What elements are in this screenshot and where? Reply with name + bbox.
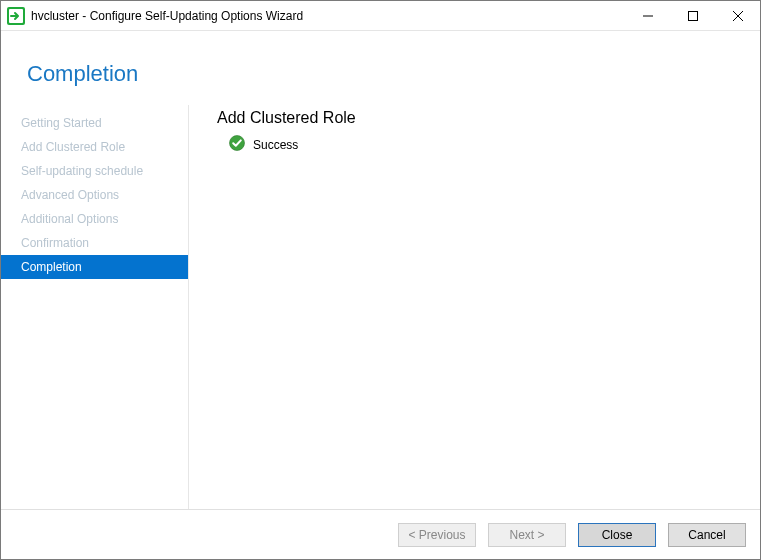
sidebar-item-completion[interactable]: Completion — [1, 255, 188, 279]
success-icon — [229, 135, 245, 154]
minimize-button[interactable] — [625, 1, 670, 30]
app-icon — [7, 7, 25, 25]
sidebar-item-add-clustered-role[interactable]: Add Clustered Role — [1, 135, 188, 159]
window-controls — [625, 1, 760, 30]
maximize-button[interactable] — [670, 1, 715, 30]
next-button: Next > — [488, 523, 566, 547]
titlebar-title: hvcluster - Configure Self-Updating Opti… — [31, 9, 625, 23]
wizard-steps-sidebar: Getting Started Add Clustered Role Self-… — [1, 105, 189, 509]
sidebar-item-getting-started[interactable]: Getting Started — [1, 111, 188, 135]
sidebar-item-confirmation[interactable]: Confirmation — [1, 231, 188, 255]
close-window-button[interactable] — [715, 1, 760, 30]
status-text: Success — [253, 138, 298, 152]
previous-button: < Previous — [398, 523, 476, 547]
sidebar-item-advanced-options[interactable]: Advanced Options — [1, 183, 188, 207]
cancel-button[interactable]: Cancel — [668, 523, 746, 547]
section-title: Add Clustered Role — [217, 109, 736, 127]
wizard-window: hvcluster - Configure Self-Updating Opti… — [0, 0, 761, 560]
status-row: Success — [217, 135, 736, 154]
titlebar: hvcluster - Configure Self-Updating Opti… — [1, 1, 760, 31]
content-row: Getting Started Add Clustered Role Self-… — [1, 105, 760, 509]
main-content: Add Clustered Role Success — [189, 105, 760, 509]
svg-point-6 — [230, 136, 245, 151]
wizard-body: Completion Getting Started Add Clustered… — [1, 31, 760, 559]
sidebar-item-self-updating-schedule[interactable]: Self-updating schedule — [1, 159, 188, 183]
svg-rect-3 — [688, 11, 697, 20]
close-button[interactable]: Close — [578, 523, 656, 547]
page-title: Completion — [1, 51, 760, 105]
button-bar: < Previous Next > Close Cancel — [1, 509, 760, 559]
sidebar-item-additional-options[interactable]: Additional Options — [1, 207, 188, 231]
